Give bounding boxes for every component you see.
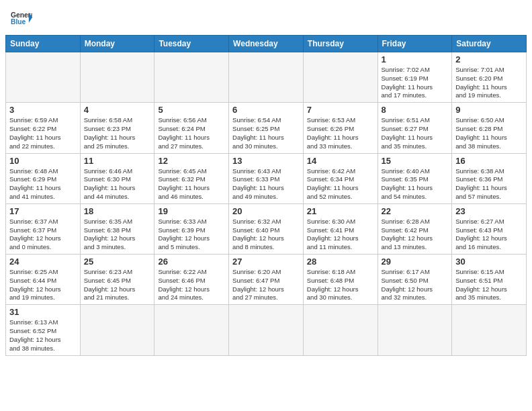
day-info: Sunrise: 6:33 AM Sunset: 6:39 PM Dayligh…	[158, 218, 225, 252]
calendar-cell: 14Sunrise: 6:42 AM Sunset: 6:34 PM Dayli…	[303, 153, 378, 203]
day-info: Sunrise: 6:25 AM Sunset: 6:44 PM Dayligh…	[9, 268, 77, 302]
calendar-cell	[6, 52, 81, 103]
calendar-table: SundayMondayTuesdayWednesdayThursdayFrid…	[5, 35, 527, 356]
day-number: 8	[382, 105, 449, 115]
day-info: Sunrise: 6:53 AM Sunset: 6:26 PM Dayligh…	[307, 116, 374, 150]
day-number: 31	[9, 307, 77, 317]
day-number: 29	[382, 257, 449, 267]
day-info: Sunrise: 6:15 AM Sunset: 6:51 PM Dayligh…	[455, 268, 523, 302]
calendar-cell: 22Sunrise: 6:28 AM Sunset: 6:42 PM Dayli…	[378, 203, 452, 254]
day-info: Sunrise: 6:37 AM Sunset: 6:37 PM Dayligh…	[9, 218, 77, 252]
day-info: Sunrise: 6:50 AM Sunset: 6:28 PM Dayligh…	[455, 116, 523, 150]
day-info: Sunrise: 6:45 AM Sunset: 6:32 PM Dayligh…	[158, 167, 225, 201]
calendar-cell: 1Sunrise: 7:02 AM Sunset: 6:19 PM Daylig…	[378, 52, 452, 103]
day-info: Sunrise: 6:46 AM Sunset: 6:30 PM Dayligh…	[84, 167, 151, 201]
day-header-wednesday: Wednesday	[229, 36, 304, 52]
svg-text:Blue: Blue	[11, 18, 26, 26]
day-info: Sunrise: 6:23 AM Sunset: 6:45 PM Dayligh…	[84, 268, 151, 302]
day-info: Sunrise: 6:54 AM Sunset: 6:25 PM Dayligh…	[232, 116, 300, 150]
day-info: Sunrise: 6:42 AM Sunset: 6:34 PM Dayligh…	[307, 167, 374, 201]
calendar-cell: 25Sunrise: 6:23 AM Sunset: 6:45 PM Dayli…	[80, 255, 154, 305]
page-header: General Blue	[0, 0, 532, 35]
calendar-cell: 19Sunrise: 6:33 AM Sunset: 6:39 PM Dayli…	[154, 203, 229, 254]
day-header-tuesday: Tuesday	[154, 36, 229, 52]
day-number: 28	[307, 257, 374, 267]
day-info: Sunrise: 6:43 AM Sunset: 6:33 PM Dayligh…	[232, 167, 300, 201]
day-header-thursday: Thursday	[303, 36, 378, 52]
day-number: 12	[158, 156, 225, 166]
calendar-cell: 21Sunrise: 6:30 AM Sunset: 6:41 PM Dayli…	[303, 203, 378, 254]
calendar-cell: 4Sunrise: 6:58 AM Sunset: 6:23 PM Daylig…	[80, 103, 154, 153]
logo: General Blue	[11, 8, 32, 30]
day-number: 16	[455, 156, 523, 166]
calendar-cell: 28Sunrise: 6:18 AM Sunset: 6:48 PM Dayli…	[303, 255, 378, 305]
calendar-week-row: 31Sunrise: 6:13 AM Sunset: 6:52 PM Dayli…	[6, 305, 527, 355]
day-header-monday: Monday	[80, 36, 154, 52]
calendar-week-row: 10Sunrise: 6:48 AM Sunset: 6:29 PM Dayli…	[6, 153, 527, 203]
day-number: 9	[455, 105, 523, 115]
day-info: Sunrise: 6:59 AM Sunset: 6:22 PM Dayligh…	[9, 116, 77, 150]
day-number: 15	[382, 156, 449, 166]
calendar-cell: 6Sunrise: 6:54 AM Sunset: 6:25 PM Daylig…	[229, 103, 304, 153]
calendar-cell: 23Sunrise: 6:27 AM Sunset: 6:43 PM Dayli…	[452, 203, 527, 254]
day-info: Sunrise: 7:01 AM Sunset: 6:20 PM Dayligh…	[455, 66, 523, 100]
day-number: 17	[9, 206, 77, 216]
calendar-cell	[378, 305, 452, 355]
day-info: Sunrise: 6:48 AM Sunset: 6:29 PM Dayligh…	[9, 167, 77, 201]
day-number: 10	[9, 156, 77, 166]
calendar-cell: 13Sunrise: 6:43 AM Sunset: 6:33 PM Dayli…	[229, 153, 304, 203]
day-number: 4	[84, 105, 151, 115]
calendar-week-row: 1Sunrise: 7:02 AM Sunset: 6:19 PM Daylig…	[6, 52, 527, 103]
day-info: Sunrise: 6:30 AM Sunset: 6:41 PM Dayligh…	[307, 218, 374, 252]
calendar-cell: 7Sunrise: 6:53 AM Sunset: 6:26 PM Daylig…	[303, 103, 378, 153]
day-header-sunday: Sunday	[6, 36, 81, 52]
day-info: Sunrise: 6:32 AM Sunset: 6:40 PM Dayligh…	[232, 218, 300, 252]
calendar-cell: 16Sunrise: 6:38 AM Sunset: 6:36 PM Dayli…	[452, 153, 527, 203]
calendar-cell: 15Sunrise: 6:40 AM Sunset: 6:35 PM Dayli…	[378, 153, 452, 203]
day-info: Sunrise: 6:35 AM Sunset: 6:38 PM Dayligh…	[84, 218, 151, 252]
day-info: Sunrise: 6:13 AM Sunset: 6:52 PM Dayligh…	[9, 318, 77, 353]
day-number: 7	[307, 105, 374, 115]
calendar-cell: 24Sunrise: 6:25 AM Sunset: 6:44 PM Dayli…	[6, 255, 81, 305]
day-info: Sunrise: 6:18 AM Sunset: 6:48 PM Dayligh…	[307, 268, 374, 302]
day-number: 23	[455, 206, 523, 216]
calendar-cell: 29Sunrise: 6:17 AM Sunset: 6:50 PM Dayli…	[378, 255, 452, 305]
day-info: Sunrise: 6:17 AM Sunset: 6:50 PM Dayligh…	[382, 268, 449, 302]
calendar-cell	[303, 305, 378, 355]
calendar-cell	[154, 52, 229, 103]
calendar-cell	[303, 52, 378, 103]
calendar-cell	[80, 305, 154, 355]
day-number: 11	[84, 156, 151, 166]
day-info: Sunrise: 6:38 AM Sunset: 6:36 PM Dayligh…	[455, 167, 523, 201]
day-info: Sunrise: 6:51 AM Sunset: 6:27 PM Dayligh…	[382, 116, 449, 150]
calendar-cell: 30Sunrise: 6:15 AM Sunset: 6:51 PM Dayli…	[452, 255, 527, 305]
calendar-cell: 3Sunrise: 6:59 AM Sunset: 6:22 PM Daylig…	[6, 103, 81, 153]
calendar-week-row: 17Sunrise: 6:37 AM Sunset: 6:37 PM Dayli…	[6, 203, 527, 254]
day-info: Sunrise: 6:20 AM Sunset: 6:47 PM Dayligh…	[232, 268, 300, 302]
calendar-cell: 2Sunrise: 7:01 AM Sunset: 6:20 PM Daylig…	[452, 52, 527, 103]
calendar-week-row: 24Sunrise: 6:25 AM Sunset: 6:44 PM Dayli…	[6, 255, 527, 305]
day-number: 25	[84, 257, 151, 267]
calendar-cell: 8Sunrise: 6:51 AM Sunset: 6:27 PM Daylig…	[378, 103, 452, 153]
day-info: Sunrise: 6:56 AM Sunset: 6:24 PM Dayligh…	[158, 116, 225, 150]
calendar-cell	[80, 52, 154, 103]
calendar-cell: 26Sunrise: 6:22 AM Sunset: 6:46 PM Dayli…	[154, 255, 229, 305]
day-number: 21	[307, 206, 374, 216]
calendar-cell: 20Sunrise: 6:32 AM Sunset: 6:40 PM Dayli…	[229, 203, 304, 254]
day-number: 26	[158, 257, 225, 267]
calendar-cell: 11Sunrise: 6:46 AM Sunset: 6:30 PM Dayli…	[80, 153, 154, 203]
logo-icon: General Blue	[11, 8, 32, 30]
calendar-cell	[452, 305, 527, 355]
day-number: 6	[232, 105, 300, 115]
day-number: 3	[9, 105, 77, 115]
calendar-cell: 5Sunrise: 6:56 AM Sunset: 6:24 PM Daylig…	[154, 103, 229, 153]
day-info: Sunrise: 7:02 AM Sunset: 6:19 PM Dayligh…	[382, 66, 449, 100]
calendar-cell	[229, 52, 304, 103]
day-header-saturday: Saturday	[452, 36, 527, 52]
day-number: 2	[455, 54, 523, 64]
day-number: 30	[455, 257, 523, 267]
day-number: 19	[158, 206, 225, 216]
calendar-cell: 10Sunrise: 6:48 AM Sunset: 6:29 PM Dayli…	[6, 153, 81, 203]
day-number: 5	[158, 105, 225, 115]
day-info: Sunrise: 6:22 AM Sunset: 6:46 PM Dayligh…	[158, 268, 225, 302]
